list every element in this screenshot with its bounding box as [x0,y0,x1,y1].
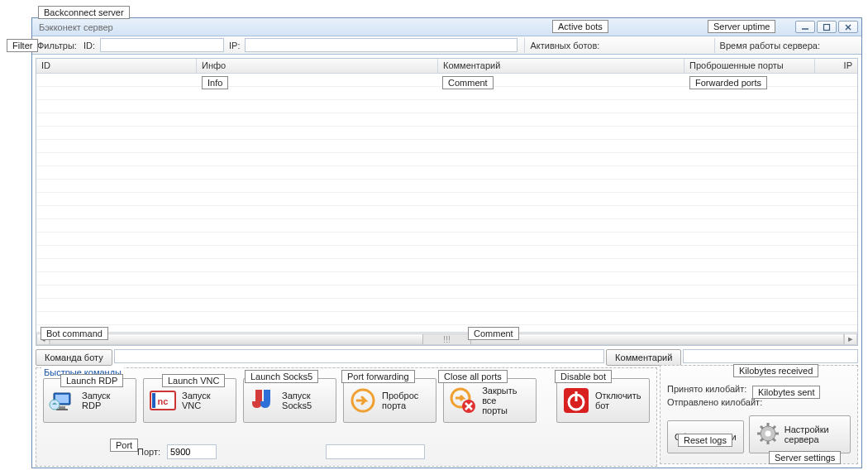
filter-bar: Фильтры: ID: IP: Активных ботов: Время р… [32,36,861,55]
command-row: Команда боту Комментарий [36,349,858,366]
svg-point-19 [765,431,770,437]
svg-text:nc: nc [158,396,169,406]
table-row[interactable] [36,219,857,233]
port-line: Порт: [136,444,425,459]
callout-server-uptime: Server uptime [708,20,775,33]
svg-rect-1 [824,24,830,30]
callout-port: Port [110,439,138,452]
callout-comment-col: Comment [442,76,494,89]
table-row[interactable] [36,166,857,180]
table-row[interactable] [36,272,857,285]
launch-socks5-button[interactable]: Запуск Socks5 [243,378,336,423]
close-ports-button[interactable]: Закрыть все порты [443,378,537,423]
callout-rdp: Launch RDP [60,374,123,387]
callout-kb-recv: Kilobytes received [733,364,818,377]
scroll-grip: !!! [423,334,471,344]
maximize-button[interactable] [817,21,837,33]
callout-kb-sent: Kilobytes sent [752,386,820,399]
window-title: Бэкконект сервер [36,22,113,32]
table-row[interactable] [36,193,857,206]
close-label: Закрыть все порты [482,386,517,415]
filter-label: Фильтры: [36,41,79,50]
grid-hscroll[interactable]: ◂ !!! ▸ [36,332,857,345]
fwd-label: Проброс порта [382,391,418,410]
callout-filter: Filter [7,39,38,52]
svg-line-24 [761,426,763,429]
callout-bot-cmd: Bot command [41,327,108,340]
port-input[interactable] [167,444,217,459]
svg-line-27 [773,426,775,429]
rdp-label: Запуск RDP [82,391,110,410]
port-label: Порт: [136,447,162,457]
grid-body [36,74,857,332]
callout-server-settings: Server settings [769,451,841,464]
comment-button[interactable]: Комментарий [606,349,681,366]
gear-icon [756,422,780,447]
callout-vnc: Launch VNC [162,374,225,387]
callout-active-bots: Active bots [552,20,608,33]
scroll-right-button[interactable]: ▸ [844,333,857,345]
server-settings-button[interactable]: Настройки сервера [749,415,851,453]
col-id[interactable]: ID [36,59,197,73]
bot-command-button[interactable]: Команда боту [36,349,112,366]
table-row[interactable] [36,206,857,219]
table-row[interactable] [36,153,857,166]
uptime-label: Время работы сервера: [718,41,822,50]
settings-label: Настройки сервера [785,424,829,444]
scroll-track[interactable]: !!! [50,333,844,345]
callout-fwd-ports: Forwarded ports [689,76,767,89]
filter-ip-label: IP: [227,41,241,50]
col-ports[interactable]: Проброшенные порты [684,59,815,73]
extra-input[interactable] [326,444,425,459]
table-row[interactable] [36,127,857,140]
col-ip[interactable]: IP [815,59,857,73]
svg-line-26 [761,439,763,441]
vnc-icon: nc [149,386,177,415]
table-row[interactable] [36,246,857,259]
rdp-icon [49,386,77,415]
minimize-icon [801,23,809,31]
callout-info: Info [202,76,228,89]
close-icon [844,23,852,31]
filter-id-input[interactable] [100,38,224,52]
bots-grid[interactable]: ID Инфо Комментарий Проброшенные порты I… [36,58,858,346]
col-comment[interactable]: Комментарий [438,59,684,73]
table-row[interactable] [36,140,857,153]
table-row[interactable] [36,259,857,272]
port-forward-button[interactable]: Проброс порта [343,378,436,423]
active-bots-label: Активных ботов: [528,41,601,50]
callout-portfwd: Port forwarding [341,370,415,383]
socks-icon [249,386,277,415]
table-row[interactable] [36,285,857,299]
disable-label: Отключить бот [595,391,641,410]
maximize-icon [823,23,831,31]
disable-bot-button[interactable]: Отключить бот [556,378,650,423]
callout-comment-field: Comment [468,327,519,340]
socks-label: Запуск Socks5 [282,391,312,410]
bot-command-input[interactable] [114,349,604,363]
callout-socks: Launch Socks5 [245,370,318,383]
table-row[interactable] [36,233,857,246]
close-button[interactable] [838,21,858,33]
table-row[interactable] [36,100,857,113]
col-info[interactable]: Инфо [197,59,438,73]
power-icon [562,386,590,415]
svg-rect-6 [59,406,65,409]
callout-disablebot: Disable bot [555,370,612,383]
scroll-thumb[interactable] [470,334,843,344]
callout-backconnect: Backconnect server [38,6,130,19]
stats-panel: . Принято килобайт: Отправлено килобайт:… [660,365,858,464]
table-row[interactable] [36,113,857,127]
svg-rect-7 [56,409,68,410]
minimize-button[interactable] [795,21,815,33]
grid-header: ID Инфо Комментарий Проброшенные порты I… [36,59,857,74]
svg-rect-11 [152,393,155,408]
table-row[interactable] [36,299,857,312]
table-row[interactable] [36,312,857,325]
callout-reset-logs: Reset logs [678,434,732,447]
vnc-label: Запуск VNC [182,391,210,410]
comment-input[interactable] [683,349,858,363]
filter-ip-input[interactable] [245,38,517,52]
filter-id-label: ID: [82,41,97,50]
table-row[interactable] [36,180,857,193]
